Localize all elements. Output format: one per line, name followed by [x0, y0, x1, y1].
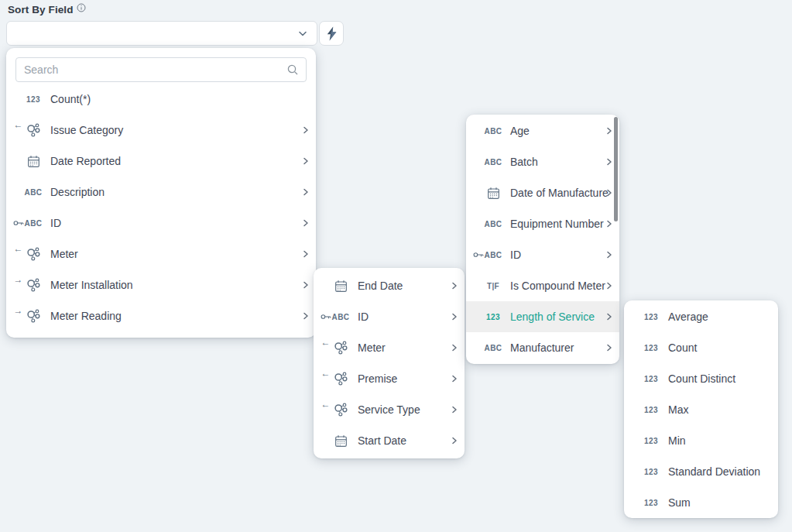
menu-item-end-date[interactable]: End Date — [314, 270, 465, 301]
menu-item-label: ID — [358, 311, 369, 323]
search-box — [15, 57, 307, 82]
chevron-right-icon — [303, 218, 309, 228]
menu-item-label: Batch — [510, 156, 538, 168]
search-input[interactable] — [15, 57, 307, 82]
sort-field-dropdown[interactable] — [6, 21, 317, 46]
menu-item-max[interactable]: 123Max — [624, 394, 778, 425]
text-type-icon: ABC — [484, 127, 502, 136]
menu-item-label: Age — [510, 125, 530, 137]
menu-item-age[interactable]: ABCAge — [466, 115, 619, 146]
chevron-down-icon — [298, 31, 307, 37]
numeric-type-icon: 123 — [642, 468, 660, 476]
menu-item-label: Count — [668, 342, 697, 354]
menu-item-label: ID — [50, 217, 61, 229]
numeric-type-icon: 123 — [642, 499, 660, 507]
menu-item-min[interactable]: 123Min — [624, 425, 778, 456]
relation-icon — [331, 372, 350, 386]
chevron-right-icon — [303, 156, 309, 166]
calendar-icon — [331, 434, 350, 448]
menu-item-label: ID — [510, 249, 521, 261]
text-type-icon: ABC — [24, 219, 43, 228]
menu-item-meter[interactable]: ←Meter — [6, 239, 316, 269]
menu-item-date-of-manufacture[interactable]: Date of Manufacture — [466, 177, 619, 208]
menu-item-length-of-service[interactable]: 123Length of Service — [466, 301, 619, 332]
scrollbar-thumb[interactable] — [614, 117, 618, 221]
info-icon[interactable] — [77, 3, 86, 12]
text-type-icon: ABC — [484, 251, 502, 259]
chevron-right-icon — [303, 187, 309, 197]
text-type-icon: ABC — [484, 158, 502, 166]
key-icon — [472, 251, 484, 259]
menu-item-label: Length of Service — [510, 311, 595, 323]
menu-item-date-reported[interactable]: Date Reported — [6, 146, 316, 177]
menu-item-id[interactable]: ABCID — [314, 301, 465, 332]
menu-item-meter-installation[interactable]: →Meter Installation — [6, 269, 316, 300]
chevron-right-icon — [606, 281, 612, 290]
menu-item-count-distinct[interactable]: 123Count Distinct — [624, 363, 778, 394]
text-type-icon: ABC — [484, 344, 502, 352]
chevron-right-icon — [451, 405, 458, 414]
menu-item-is-compound-meter[interactable]: T|FIs Compound Meter — [466, 270, 619, 301]
chevron-right-icon — [606, 312, 612, 321]
lightning-button[interactable] — [319, 21, 344, 46]
search-icon — [286, 63, 299, 76]
menu-item-label: Equipment Number — [510, 218, 604, 230]
menu-item-issue-category[interactable]: ←Issue Category — [6, 115, 316, 146]
relation-icon — [24, 278, 43, 292]
menu-item-label: Meter Reading — [50, 310, 122, 322]
chevron-right-icon — [606, 343, 612, 352]
right-arrow-icon: → — [12, 306, 24, 315]
calendar-icon — [484, 187, 502, 200]
menu-item-average[interactable]: 123Average — [624, 301, 778, 332]
menu-panel-level-2: End DateABCID←Meter←Premise←Service Type… — [314, 268, 465, 458]
menu-item-manufacturer[interactable]: ABCManufacturer — [466, 332, 619, 363]
menu-item-meter[interactable]: ←Meter — [314, 332, 465, 363]
menu-item-sum[interactable]: 123Sum — [624, 487, 778, 518]
text-type-icon: ABC — [484, 220, 502, 228]
calendar-icon — [331, 280, 350, 293]
page-background: { "colors": { "accent_teal": "#17a493", … — [0, 0, 792, 532]
relation-icon — [24, 309, 43, 323]
menu-item-batch[interactable]: ABCBatch — [466, 146, 619, 177]
menu-item-label: Sum — [668, 496, 691, 509]
menu-item-id[interactable]: ABCID — [6, 208, 316, 239]
chevron-right-icon — [451, 312, 458, 321]
left-arrow-icon: ← — [320, 400, 331, 409]
menu-item-label: Meter Installation — [50, 279, 133, 291]
key-icon — [320, 313, 331, 321]
menu-item-count[interactable]: 123Count — [624, 332, 778, 363]
menu-item-premise[interactable]: ←Premise — [314, 363, 465, 394]
menu-item-label: Date Reported — [50, 155, 121, 167]
relation-icon — [24, 247, 43, 261]
text-type-icon: ABC — [331, 313, 350, 321]
menu-item-standard-deviation[interactable]: 123Standard Deviation — [624, 456, 778, 487]
menu-item-service-type[interactable]: ←Service Type — [314, 394, 465, 425]
menu-panel-level-4: 123Average123Count123Count Distinct123Ma… — [624, 300, 778, 518]
menu-item-meter-reading[interactable]: →Meter Reading — [6, 300, 316, 331]
numeric-type-icon: 123 — [642, 375, 660, 383]
menu-item-label: Description — [50, 186, 105, 198]
menu-item-label: Premise — [358, 372, 397, 385]
numeric-type-icon: 123 — [642, 406, 660, 414]
menu-item-equipment-number[interactable]: ABCEquipment Number — [466, 208, 619, 239]
relation-icon — [331, 403, 350, 417]
menu-item-description[interactable]: ABCDescription — [6, 177, 316, 208]
menu-item-id[interactable]: ABCID — [466, 239, 619, 270]
relation-icon — [24, 123, 43, 137]
menu-item-start-date[interactable]: Start Date — [314, 425, 465, 456]
left-arrow-icon: ← — [320, 338, 331, 347]
menu-item-label: Service Type — [358, 403, 420, 416]
chevron-right-icon — [451, 281, 458, 290]
chevron-right-icon — [606, 126, 612, 136]
chevron-right-icon — [451, 436, 458, 445]
menu-item-label: Date of Manufacture — [510, 187, 609, 199]
chevron-right-icon — [606, 219, 612, 228]
menu-item-label: Count Distinct — [668, 372, 735, 385]
chevron-right-icon — [303, 249, 309, 259]
menu-panel-level-3: ABCAgeABCBatchDate of ManufactureABCEqui… — [466, 115, 619, 364]
menu-item-label: Start Date — [358, 434, 406, 447]
menu-item-count[interactable]: 123Count(*) — [6, 84, 316, 115]
left-arrow-icon: ← — [12, 244, 24, 253]
numeric-type-icon: 123 — [642, 437, 660, 445]
chevron-right-icon — [303, 125, 309, 135]
